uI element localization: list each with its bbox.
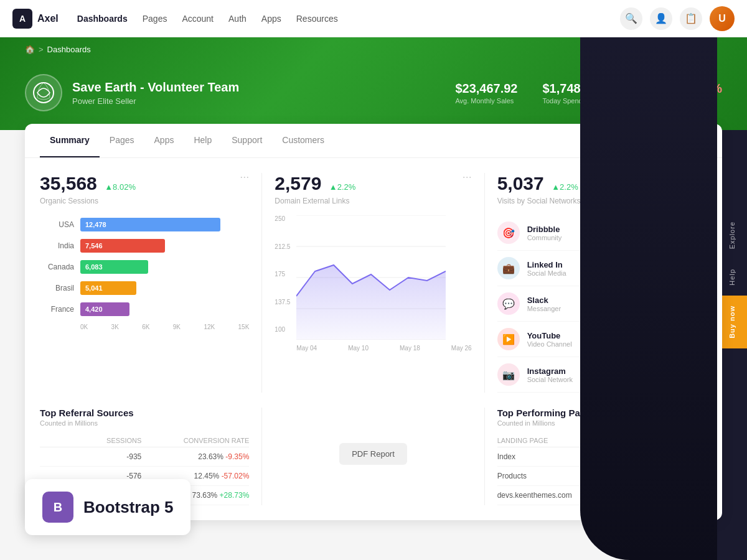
breadcrumb-home: 🏠	[25, 45, 35, 54]
referral-col-sessions: SESSIONS	[84, 434, 141, 447]
bar-fill: 6,083	[80, 260, 148, 274]
bar-row: USA 12,478	[40, 218, 249, 231]
bar-label: India	[40, 241, 74, 250]
hero-stat-monthly-value: $23,467.92	[455, 82, 517, 96]
y-label-1375: 137.5	[275, 299, 290, 306]
social-icon: ▶️	[497, 328, 520, 350]
nav-logo[interactable]: A Axel	[12, 9, 59, 29]
bar-chart: USA 12,478 India 7,546 Canada 6,083 Bras…	[40, 218, 249, 316]
pages-row3-page: devs.keenthemes.com	[497, 486, 589, 505]
domain-links-label: Domain External Links	[275, 197, 471, 205]
referral-sub: Counted in Millions	[40, 419, 249, 427]
social-icon: 🎯	[497, 222, 520, 244]
bar-x-label: 9K	[173, 324, 181, 330]
bar-container: 5,041	[80, 281, 249, 295]
referral-col-rate: CONVERSION RATE	[141, 434, 249, 447]
panel1-menu[interactable]: ···	[240, 170, 249, 184]
search-button[interactable]: 🔍	[620, 7, 642, 30]
nav-logo-text: Axel	[37, 13, 59, 24]
settings-button[interactable]: 📋	[680, 7, 702, 30]
bar-label: Brasil	[40, 284, 74, 292]
line-chart-x-axis: May 04 May 10 May 18 May 26	[296, 345, 471, 352]
nav-links: Dashboards Pages Account Auth Apps Resou…	[77, 14, 338, 24]
hero-logo	[25, 74, 62, 111]
tab-summary[interactable]: Summary	[40, 124, 100, 157]
bar-x-labels: 0K3K6K9K12K15K	[40, 324, 249, 330]
social-networks-change: ▲2.2%	[552, 182, 578, 192]
bar-container: 4,420	[80, 302, 249, 316]
x-label-may18: May 18	[400, 345, 420, 352]
bar-fill: 7,546	[80, 239, 165, 253]
hero-subtitle: Power Elite Seller	[72, 96, 239, 106]
bootstrap-icon: B	[42, 492, 73, 523]
organic-sessions-change: ▲8.02%	[105, 182, 136, 192]
panel2-menu[interactable]: ···	[463, 170, 472, 184]
referral-title: Top Referral Sources	[40, 408, 249, 418]
bar-row: India 7,546	[40, 239, 249, 253]
x-label-may26: May 26	[451, 345, 472, 352]
nav-link-dashboards[interactable]: Dashboards	[77, 14, 128, 24]
hero-title: Save Earth - Volunteer Team Power Elite …	[72, 80, 239, 106]
tab-apps[interactable]: Apps	[144, 124, 184, 157]
bar-x-label: 3K	[111, 324, 119, 330]
notifications-button[interactable]: 👤	[650, 7, 672, 30]
tab-customers[interactable]: Customers	[272, 124, 334, 157]
pages-row2-page: Products	[497, 467, 589, 486]
nav-link-account[interactable]: Account	[182, 14, 214, 24]
line-chart-y-axis: 250 212.5 175 137.5 100	[275, 215, 290, 333]
nav-link-auth[interactable]: Auth	[228, 14, 247, 24]
user-avatar[interactable]: U	[710, 6, 735, 31]
organic-sessions-metric: 35,568	[40, 173, 97, 194]
bar-x-label: 0K	[80, 324, 88, 330]
organic-sessions-label: Organic Sessions	[40, 197, 249, 205]
bar-container: 12,478	[80, 218, 249, 231]
bottom-panel-pdf: PDF Report	[262, 408, 484, 505]
social-icon: 💼	[497, 257, 520, 279]
tab-help[interactable]: Help	[184, 124, 222, 157]
line-chart-svg-wrap	[296, 215, 471, 342]
referral-row1-label	[40, 447, 84, 467]
pdf-report-button[interactable]: PDF Report	[339, 443, 407, 465]
breadcrumb-sep: >	[39, 45, 44, 54]
bar-label: USA	[40, 220, 74, 229]
panel-domain-links: 2,579 ▲2.2% ··· Domain External Links 25…	[262, 173, 484, 393]
bootstrap-badge: B Bootstrap 5	[25, 479, 190, 535]
referral-col1	[40, 434, 84, 447]
bootstrap-text: Bootstrap 5	[83, 498, 173, 517]
bar-label: France	[40, 305, 74, 314]
bar-label: Canada	[40, 263, 74, 271]
referral-row1-sessions: -935	[84, 447, 141, 467]
y-label-175: 175	[275, 271, 290, 278]
bar-fill: 5,041	[80, 281, 136, 295]
bar-x-label: 12K	[204, 324, 215, 330]
y-label-250: 250	[275, 215, 290, 222]
domain-links-change: ▲2.2%	[329, 182, 356, 192]
line-chart-svg	[296, 215, 446, 340]
x-label-may10: May 10	[348, 345, 369, 352]
nav-link-apps[interactable]: Apps	[261, 14, 281, 24]
tab-pages[interactable]: Pages	[100, 124, 144, 157]
breadcrumb-current: Dashboards	[47, 45, 91, 54]
nav-link-resources[interactable]: Resources	[296, 14, 338, 24]
bar-x-label: 15K	[238, 324, 250, 330]
nav-logo-icon: A	[12, 9, 32, 29]
hero-name: Save Earth - Volunteer Team	[72, 80, 239, 95]
nav-link-pages[interactable]: Pages	[143, 14, 167, 24]
y-label-2125: 212.5	[275, 243, 290, 250]
referral-row1-rate: 23.63% -9.35%	[141, 447, 249, 467]
domain-links-metric: 2,579	[275, 173, 321, 194]
bar-fill: 12,478	[80, 218, 220, 231]
social-icon: 💬	[497, 292, 520, 315]
bar-row: France 4,420	[40, 302, 249, 316]
hero-stat-monthly-label: Avg. Monthly Sales	[455, 97, 517, 105]
x-label-may04: May 04	[296, 345, 317, 352]
line-chart: 250 212.5 175 137.5 100	[275, 215, 471, 352]
bar-row: Canada 6,083	[40, 260, 249, 274]
tab-support[interactable]: Support	[222, 124, 272, 157]
dark-overlay	[580, 0, 717, 560]
social-icon: 📷	[497, 363, 520, 386]
hero-stat-monthly: $23,467.92 Avg. Monthly Sales	[455, 82, 517, 105]
navbar: A Axel Dashboards Pages Account Auth App…	[0, 0, 747, 37]
bar-container: 7,546	[80, 239, 249, 253]
pages-col-landing: LANDING PAGE	[497, 434, 589, 447]
